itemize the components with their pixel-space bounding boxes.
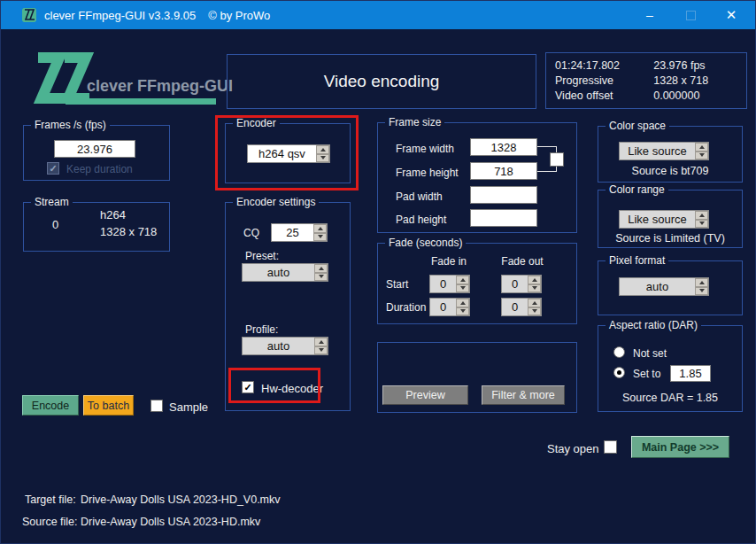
encoder-group-title: Encoder (233, 117, 280, 130)
window-copyright: © by ProWo (208, 9, 270, 22)
spin-up-icon (319, 340, 324, 344)
fade-spinner-arrows[interactable] (528, 299, 541, 315)
fade-start-out-spinner[interactable]: 0 (501, 275, 542, 293)
cq-spinner-arrows[interactable] (313, 224, 327, 241)
keep-duration-checkbox: ✓ (47, 162, 59, 175)
color-range-spinner-arrows[interactable] (695, 211, 708, 228)
sample-checkbox[interactable] (150, 400, 163, 412)
profile-spinner-arrows[interactable] (314, 338, 328, 354)
video-info-box: 01:24:17.802 23.976 fps Progressive 1328… (545, 52, 747, 109)
pixel-format-spinner-arrows[interactable] (695, 278, 708, 295)
info-timestamp: 01:24:17.802 (555, 58, 653, 74)
fade-spinner-arrows[interactable] (456, 276, 469, 292)
spin-up-icon (460, 278, 466, 282)
fade-duration-label: Duration (386, 301, 426, 314)
dar-input[interactable]: 1.85 (670, 365, 711, 382)
size-link-checkbox[interactable] (550, 152, 564, 167)
spin-down-icon (319, 348, 324, 352)
color-space-caption: Source is bt709 (598, 165, 743, 177)
profile-spinner[interactable]: auto (242, 337, 328, 355)
info-video-offset-label: Video offset (555, 89, 653, 104)
pad-width-input[interactable] (470, 186, 537, 204)
app-icon (22, 8, 36, 22)
pad-height-input[interactable] (470, 209, 537, 227)
close-icon: ✕ (726, 7, 737, 23)
hw-decoder-label: Hw-decoder (261, 382, 323, 395)
stream-resolution: 1328 x 718 (100, 225, 157, 238)
info-scan-type: Progressive (555, 74, 653, 89)
spin-down-icon (460, 309, 466, 313)
app-logo-text: clever FFmpeg-GUI (87, 77, 233, 96)
hw-decoder-checkbox[interactable]: ✓ (242, 381, 254, 393)
not-set-label: Not set (633, 347, 667, 360)
spin-down-icon (699, 289, 705, 292)
color-space-value: Like source (620, 143, 695, 159)
filter-more-button[interactable]: Filter & more (482, 385, 565, 405)
preset-label: Preset: (245, 250, 279, 262)
fps-input[interactable]: 23.976 (54, 140, 135, 158)
info-resolution: 1328 x 718 (653, 74, 737, 89)
minimize-icon: – (646, 8, 653, 22)
pad-width-label: Pad width (396, 190, 443, 203)
preset-spinner-arrows[interactable] (314, 264, 328, 281)
main-page-button[interactable]: Main Page >>> (631, 436, 729, 458)
spin-down-icon (699, 153, 705, 157)
spin-up-icon (699, 214, 705, 217)
pixel-format-value: auto (620, 278, 695, 295)
pixel-format-spinner[interactable]: auto (619, 277, 709, 296)
color-space-spinner[interactable]: Like source (619, 142, 709, 160)
fade-start-label: Start (386, 278, 408, 291)
stream-group-title: Stream (31, 196, 73, 209)
frame-width-label: Frame width (396, 143, 454, 155)
page-title: Video encoding (324, 72, 440, 91)
source-file-label: Source file: (22, 516, 78, 528)
to-batch-button[interactable]: To batch (83, 395, 134, 416)
cq-spinner[interactable]: 25 (271, 223, 328, 242)
app-window: clever FFmpeg-GUI v3.3.9.05 © by ProWo –… (0, 0, 756, 544)
cq-value: 25 (272, 224, 313, 241)
minimize-button[interactable]: – (629, 1, 670, 29)
spin-up-icon (460, 301, 466, 305)
encoder-value: h264 qsv (248, 145, 316, 162)
stay-open-label: Stay open (547, 442, 599, 455)
frame-width-input[interactable]: 1328 (470, 138, 537, 156)
spin-down-icon (319, 275, 324, 278)
spin-down-icon (532, 286, 537, 290)
fade-duration-out-spinner[interactable]: 0 (501, 298, 542, 316)
preset-spinner[interactable]: auto (242, 263, 328, 282)
close-button[interactable]: ✕ (711, 1, 752, 29)
page-title-box: Video encoding (227, 54, 536, 109)
radio-dot (617, 370, 621, 375)
encoder-settings-title: Encoder settings (233, 196, 319, 209)
color-space-spinner-arrows[interactable] (695, 143, 708, 159)
not-set-radio[interactable] (613, 346, 625, 358)
fps-group-title: Frames /s (fps) (31, 119, 110, 132)
encoder-spinner-arrows[interactable] (316, 145, 329, 162)
fade-in-header: Fade in (423, 255, 474, 268)
stream-index: 0 (52, 218, 58, 231)
color-range-value: Like source (620, 211, 695, 228)
encoder-spinner[interactable]: h264 qsv (247, 144, 330, 163)
fade-spinner-arrows[interactable] (528, 276, 541, 292)
preview-button[interactable]: Preview (382, 385, 468, 405)
pixel-format-title: Pixel format (606, 254, 668, 268)
frame-height-input[interactable]: 718 (470, 162, 537, 180)
color-range-spinner[interactable]: Like source (619, 210, 709, 229)
stay-open-checkbox[interactable] (604, 440, 617, 454)
fade-duration-in-spinner[interactable]: 0 (429, 298, 470, 316)
set-to-label: Set to (633, 368, 660, 380)
spin-up-icon (532, 301, 537, 305)
spin-down-icon (320, 156, 326, 159)
spin-up-icon (318, 227, 323, 230)
fade-start-out-value: 0 (502, 276, 528, 292)
spin-down-icon (318, 235, 323, 238)
encode-button[interactable]: Encode (22, 395, 79, 416)
fade-spinner-arrows[interactable] (456, 299, 469, 315)
frame-height-label: Frame height (396, 167, 459, 179)
color-range-title: Color range (606, 183, 668, 197)
fade-start-in-spinner[interactable]: 0 (429, 275, 470, 293)
profile-label: Profile: (245, 323, 278, 336)
maximize-button[interactable] (670, 1, 711, 29)
preset-value: auto (243, 264, 314, 281)
set-to-radio[interactable] (613, 367, 625, 378)
